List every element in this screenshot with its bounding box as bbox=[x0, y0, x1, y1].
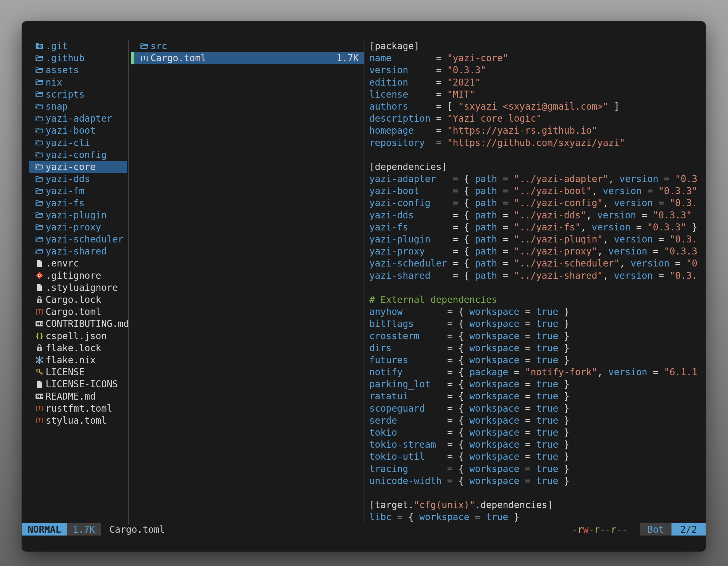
sidebar-item-cargo.toml[interactable]: [T]Cargo.toml bbox=[29, 305, 127, 318]
folder-open-icon bbox=[35, 54, 44, 63]
file-icon bbox=[35, 283, 44, 292]
folder-open-icon bbox=[35, 235, 44, 244]
file-name: yazi-shared bbox=[46, 246, 107, 257]
sidebar-item-snap[interactable]: snap bbox=[29, 100, 127, 112]
mode-badge: NORMAL bbox=[22, 523, 67, 536]
sidebar-item-license[interactable]: LICENSE bbox=[29, 366, 127, 378]
file-name: .github bbox=[46, 53, 84, 64]
sidebar-item-.gitignore[interactable]: .gitignore bbox=[29, 270, 127, 282]
svg-text:[T]: [T] bbox=[35, 308, 43, 315]
folder-open-icon bbox=[35, 90, 44, 99]
sidebar-item-cargo.lock[interactable]: Cargo.lock bbox=[29, 293, 127, 305]
file-name: src bbox=[151, 41, 167, 51]
sidebar-item-assets[interactable]: assets bbox=[29, 64, 127, 76]
preview-line: yazi-shared = { path = "../yazi-shared",… bbox=[369, 270, 701, 282]
sidebar-item-readme.md[interactable]: README.md bbox=[29, 390, 127, 402]
folder-open-icon bbox=[35, 78, 44, 87]
sidebar-item-.styluaignore[interactable]: .styluaignore bbox=[29, 282, 127, 293]
sidebar-item-yazi-plugin[interactable]: yazi-plugin bbox=[29, 209, 127, 221]
file-name: .gitignore bbox=[46, 270, 101, 281]
git-diamond-icon bbox=[35, 271, 44, 280]
preview-line: anyhow = { workspace = true } bbox=[369, 305, 701, 318]
folder-open-icon bbox=[35, 247, 44, 256]
sidebar-item-yazi-core[interactable]: yazi-core bbox=[29, 161, 127, 173]
sidebar-item-yazi-dds[interactable]: yazi-dds bbox=[29, 173, 127, 185]
preview-line: yazi-boot = { path = "../yazi-boot", ver… bbox=[369, 185, 701, 197]
sidebar-item-yazi-fs[interactable]: yazi-fs bbox=[29, 197, 127, 209]
sidebar-item-yazi-adapter[interactable]: yazi-adapter bbox=[29, 112, 127, 125]
current-directory-pane[interactable]: src[T]Cargo.toml1.7K bbox=[131, 40, 364, 64]
preview-line: tokio-util = { workspace = true } bbox=[369, 450, 701, 462]
file-name: Cargo.toml bbox=[46, 306, 101, 317]
preview-line: unicode-width = { workspace = true } bbox=[369, 475, 701, 487]
preview-line: yazi-proxy = { path = "../yazi-proxy", v… bbox=[369, 245, 701, 257]
status-right: -rw-r--r-- Bot 2/2 bbox=[572, 523, 706, 536]
sidebar-item-yazi-cli[interactable]: yazi-cli bbox=[29, 137, 127, 149]
folder-open-icon bbox=[35, 162, 44, 171]
sidebar-item-rustfmt.toml[interactable]: [T]rustfmt.toml bbox=[29, 402, 127, 414]
svg-text:[T]: [T] bbox=[140, 55, 148, 62]
file-name: yazi-config bbox=[46, 149, 107, 160]
sidebar-item-yazi-proxy[interactable]: yazi-proxy bbox=[29, 221, 127, 233]
preview-line: name = "yazi-core" bbox=[369, 52, 701, 64]
folder-open-icon bbox=[35, 211, 44, 220]
sidebar-item-.envrc[interactable]: .envrc bbox=[29, 257, 127, 269]
preview-line bbox=[369, 487, 701, 499]
braces-icon: {} bbox=[35, 331, 44, 340]
svg-text:{}: {} bbox=[35, 331, 44, 340]
preview-line: scopeguard = { workspace = true } bbox=[369, 402, 701, 414]
sidebar-item-contributing.md[interactable]: CONTRIBUTING.md bbox=[29, 318, 127, 330]
toml-icon: [T] bbox=[35, 307, 44, 316]
preview-line: ratatui = { workspace = true } bbox=[369, 390, 701, 402]
sidebar-item-yazi-boot[interactable]: yazi-boot bbox=[29, 125, 127, 137]
preview-line: parking_lot = { workspace = true } bbox=[369, 378, 701, 390]
svg-text:[T]: [T] bbox=[35, 417, 43, 424]
preview-line: tracing = { workspace = true } bbox=[369, 463, 701, 475]
folder-open-icon bbox=[35, 187, 44, 196]
file-name: flake.nix bbox=[46, 354, 96, 365]
file-preview-pane[interactable]: [package]name = "yazi-core"version = "0.… bbox=[369, 40, 701, 523]
sidebar-item-yazi-config[interactable]: yazi-config bbox=[29, 149, 127, 161]
file-name: CONTRIBUTING.md bbox=[46, 318, 129, 329]
current-item-cargo.toml[interactable]: [T]Cargo.toml1.7K bbox=[131, 52, 364, 64]
sidebar-item-flake.lock[interactable]: flake.lock bbox=[29, 342, 127, 354]
preview-line: yazi-scheduler = { path = "../yazi-sched… bbox=[369, 257, 701, 269]
sidebar-item-flake.nix[interactable]: flake.nix bbox=[29, 354, 127, 366]
status-bar: NORMAL 1.7K Cargo.toml -rw-r--r-- Bot 2/… bbox=[22, 523, 706, 536]
markdown-icon bbox=[35, 392, 44, 401]
parent-directory-pane[interactable]: .git.githubassetsnixscriptssnapyazi-adap… bbox=[29, 40, 127, 426]
svg-text:[T]: [T] bbox=[35, 405, 43, 412]
folder-open-icon bbox=[35, 66, 44, 75]
preview-line: libc = { workspace = true } bbox=[369, 511, 701, 523]
file-name: snap bbox=[46, 101, 68, 112]
file-permissions: -rw-r--r-- bbox=[572, 524, 628, 535]
sidebar-item-yazi-shared[interactable]: yazi-shared bbox=[29, 245, 127, 257]
file-name: yazi-boot bbox=[46, 125, 96, 136]
sidebar-item-license-icons[interactable]: LICENSE-ICONS bbox=[29, 378, 127, 390]
status-filename: Cargo.toml bbox=[109, 524, 165, 535]
sidebar-item-cspell.json[interactable]: {}cspell.json bbox=[29, 330, 127, 342]
sidebar-item-yazi-scheduler[interactable]: yazi-scheduler bbox=[29, 233, 127, 245]
current-item-src[interactable]: src bbox=[131, 40, 364, 52]
cursor-counter-badge: 2/2 bbox=[671, 523, 706, 536]
file-name: .envrc bbox=[46, 258, 79, 269]
folder-open-icon bbox=[35, 175, 44, 184]
sidebar-item-.git[interactable]: .git bbox=[29, 40, 127, 52]
sidebar-item-yazi-fm[interactable]: yazi-fm bbox=[29, 185, 127, 197]
sidebar-item-stylua.toml[interactable]: [T]stylua.toml bbox=[29, 414, 127, 426]
terminal-window: .git.githubassetsnixscriptssnapyazi-adap… bbox=[22, 21, 706, 551]
sidebar-item-scripts[interactable]: scripts bbox=[29, 88, 127, 100]
pane-separator bbox=[128, 40, 129, 525]
file-name: LICENSE-ICONS bbox=[46, 379, 118, 389]
preview-line: futures = { workspace = true } bbox=[369, 354, 701, 366]
git-folder-icon bbox=[35, 42, 44, 51]
preview-line: yazi-fs = { path = "../yazi-fs", version… bbox=[369, 221, 701, 233]
preview-line: yazi-dds = { path = "../yazi-dds", versi… bbox=[369, 209, 701, 221]
preview-line: repository = "https://github.com/sxyazi/… bbox=[369, 137, 701, 149]
sidebar-item-.github[interactable]: .github bbox=[29, 52, 127, 64]
preview-line: dirs = { workspace = true } bbox=[369, 342, 701, 354]
sidebar-item-nix[interactable]: nix bbox=[29, 76, 127, 88]
file-name: cspell.json bbox=[46, 330, 107, 341]
folder-open-icon bbox=[35, 223, 44, 232]
file-name: yazi-core bbox=[46, 161, 96, 172]
